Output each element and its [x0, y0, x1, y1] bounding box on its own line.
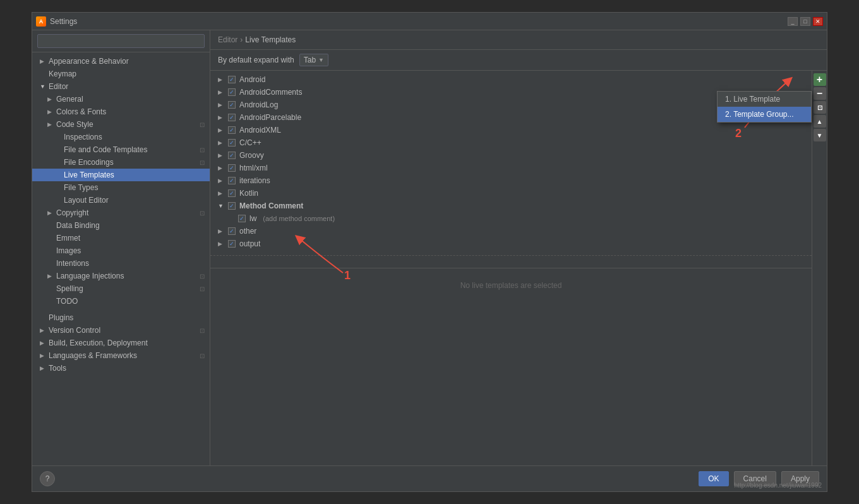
settings-window: A Settings _ □ ✕ ▶ Appearance & Behavior — [32, 12, 827, 492]
breadcrumb-current: Live Templates — [245, 35, 296, 44]
group-label: other — [239, 227, 256, 236]
icon-badge: ⊡ — [200, 159, 205, 166]
sidebar-item-file-types[interactable]: ▶ File Types — [32, 181, 210, 194]
sidebar-item-label: File Encodings — [64, 158, 114, 167]
add-button[interactable]: + — [814, 73, 826, 86]
list-item[interactable]: ▶ Android — [210, 73, 812, 86]
expand-arrow: ▶ — [40, 340, 46, 346]
sidebar-item-copyright[interactable]: ▶ Copyright ⊡ — [32, 207, 210, 219]
sidebar-item-label: Copyright — [56, 208, 88, 217]
close-button[interactable]: ✕ — [813, 17, 823, 26]
group-label: AndroidParcelable — [239, 113, 301, 122]
list-item[interactable]: ▶ Groovy — [210, 149, 812, 162]
sidebar: ▶ Appearance & Behavior ▶ Keymap ▼ Edito… — [32, 30, 210, 465]
sidebar-item-build[interactable]: ▶ Build, Execution, Deployment — [32, 337, 210, 349]
sidebar-item-appearance[interactable]: ▶ Appearance & Behavior — [32, 55, 210, 68]
checkbox-kotlin[interactable] — [228, 189, 236, 197]
sidebar-item-todo[interactable]: ▶ TODO — [32, 295, 210, 308]
expand-dropdown[interactable]: Tab ▼ — [299, 54, 328, 66]
maximize-button[interactable]: □ — [800, 17, 810, 26]
sidebar-item-label: File and Code Templates — [64, 145, 148, 154]
list-item[interactable]: ▶ AndroidXML — [210, 124, 812, 136]
sidebar-item-plugins[interactable]: ▶ Plugins — [32, 311, 210, 324]
checkbox-androidcomments[interactable] — [228, 88, 236, 96]
checkbox-htmlxml[interactable] — [228, 164, 236, 172]
expand-arrow: ▶ — [47, 273, 54, 279]
title-controls: _ □ ✕ — [788, 17, 823, 26]
breadcrumb-parent: Editor — [218, 35, 237, 44]
sidebar-item-live-templates[interactable]: ▶ Live Templates — [32, 169, 210, 181]
list-item[interactable]: ▶ other — [210, 225, 812, 237]
list-item[interactable]: ▶ lw (add method comment) — [210, 212, 812, 225]
icon-badge: ⊡ — [200, 285, 205, 292]
sidebar-item-editor[interactable]: ▼ Editor — [32, 80, 210, 93]
checkbox-androidxml[interactable] — [228, 126, 236, 134]
group-label: AndroidComments — [239, 88, 302, 97]
sidebar-item-file-code-templates[interactable]: ▶ File and Code Templates ⊡ — [32, 143, 210, 156]
expand-arrow: ▶ — [218, 89, 224, 95]
checkbox-groovy[interactable] — [228, 152, 236, 159]
checkbox-androidparcelable[interactable] — [228, 114, 236, 121]
sidebar-item-layout-editor[interactable]: ▶ Layout Editor — [32, 194, 210, 207]
expand-arrow: ▶ — [47, 210, 54, 216]
group-label: AndroidXML — [239, 126, 281, 135]
sidebar-item-inspections[interactable]: ▶ Inspections — [32, 131, 210, 143]
sidebar-item-label: Emmet — [56, 234, 80, 243]
sidebar-item-label: TODO — [56, 297, 78, 306]
list-item[interactable]: ▶ output — [210, 237, 812, 250]
chevron-down-icon: ▼ — [318, 57, 324, 63]
help-button[interactable]: ? — [40, 471, 55, 486]
list-item[interactable]: ▼ Method Comment — [210, 200, 812, 212]
main-panel: Editor › Live Templates By default expan… — [210, 30, 827, 465]
sidebar-item-version-control[interactable]: ▶ Version Control ⊡ — [32, 324, 210, 337]
checkbox-iterations[interactable] — [228, 177, 236, 184]
sidebar-item-language-injections[interactable]: ▶ Language Injections ⊡ — [32, 270, 210, 282]
icon-badge: ⊡ — [200, 147, 205, 153]
copy-button[interactable]: ⊡ — [814, 101, 826, 114]
checkbox-method-comment[interactable] — [228, 202, 236, 210]
checkbox-other[interactable] — [228, 227, 236, 235]
remove-button[interactable]: − — [814, 87, 826, 100]
sidebar-item-images[interactable]: ▶ Images — [32, 244, 210, 257]
expand-arrow: ▶ — [218, 76, 224, 83]
move-down-button[interactable]: ▼ — [814, 129, 826, 141]
sidebar-item-data-binding[interactable]: ▶ Data Binding — [32, 219, 210, 232]
sidebar-item-label: Tools — [49, 364, 66, 373]
list-item[interactable]: ▶ html/xml — [210, 162, 812, 174]
popup-item-live-template[interactable]: 1. Live Template — [718, 92, 811, 107]
minimize-button[interactable]: _ — [788, 17, 798, 26]
checkbox-androidlog[interactable] — [228, 101, 236, 109]
sidebar-item-colors-fonts[interactable]: ▶ Colors & Fonts — [32, 105, 210, 118]
search-input[interactable] — [37, 34, 205, 48]
checkbox-android[interactable] — [228, 76, 236, 83]
popup-item-template-group[interactable]: 2. Template Group... — [718, 107, 811, 122]
sidebar-item-label: Live Templates — [64, 171, 114, 179]
move-up-button[interactable]: ▲ — [814, 115, 826, 128]
bottom-bar: ? OK Cancel Apply — [32, 465, 827, 491]
list-item[interactable]: ▶ Kotlin — [210, 187, 812, 200]
list-item[interactable]: ▶ C/C++ — [210, 136, 812, 149]
sidebar-item-label: Colors & Fonts — [56, 107, 106, 116]
sidebar-item-intentions[interactable]: ▶ Intentions — [32, 257, 210, 270]
checkbox-cpp[interactable] — [228, 139, 236, 147]
sidebar-item-emmet[interactable]: ▶ Emmet — [32, 232, 210, 244]
sidebar-item-file-encodings[interactable]: ▶ File Encodings ⊡ — [32, 156, 210, 169]
expand-arrow: ▶ — [40, 365, 46, 371]
sidebar-item-code-style[interactable]: ▶ Code Style ⊡ — [32, 118, 210, 131]
sidebar-item-keymap[interactable]: ▶ Keymap — [32, 68, 210, 80]
sidebar-item-languages[interactable]: ▶ Languages & Frameworks ⊡ — [32, 349, 210, 362]
sidebar-item-general[interactable]: ▶ General — [32, 93, 210, 105]
template-label: lw — [249, 214, 256, 223]
window-content: ▶ Appearance & Behavior ▶ Keymap ▼ Edito… — [32, 30, 827, 465]
checkbox-output[interactable] — [228, 240, 236, 248]
checkbox-lw[interactable] — [238, 215, 246, 222]
group-label: AndroidLog — [239, 100, 278, 109]
expand-arrow: ▶ — [47, 96, 54, 102]
list-item[interactable]: ▶ iterations — [210, 174, 812, 187]
sidebar-item-spelling[interactable]: ▶ Spelling ⊡ — [32, 282, 210, 295]
sidebar-item-tools[interactable]: ▶ Tools — [32, 362, 210, 375]
ok-button[interactable]: OK — [699, 471, 728, 486]
group-label: Groovy — [239, 151, 264, 160]
expand-label: By default expand with — [218, 56, 294, 64]
breadcrumb: Editor › Live Templates — [218, 35, 819, 44]
